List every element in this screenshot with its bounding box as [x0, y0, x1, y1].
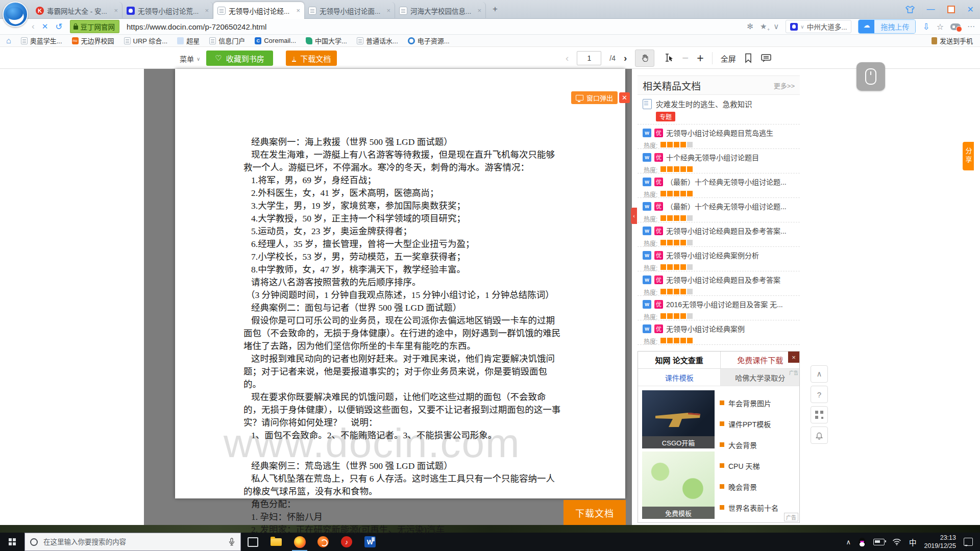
- document-page[interactable]: www.docin.com 经典案例一：海上救援（世界 500 强 LGD 面试…: [175, 69, 625, 498]
- start-button[interactable]: [0, 533, 24, 551]
- wifi-icon[interactable]: [892, 538, 901, 545]
- skin-theme-icon[interactable]: [905, 6, 915, 13]
- action-center-icon[interactable]: [964, 538, 973, 546]
- related-document-title[interactable]: （最新）十个经典无领导小组讨论题...: [666, 177, 787, 187]
- related-document-title[interactable]: 无领导小组讨论经典题目及参考答案: [666, 274, 780, 285]
- chevron-down-icon[interactable]: ∨: [773, 22, 779, 31]
- special-item-title[interactable]: 灾难发生时的逃生、急救知识: [656, 98, 752, 109]
- ad-tab-paper-check[interactable]: 知网 论文查重: [638, 352, 721, 368]
- related-document-item[interactable]: 无领导小组讨论经典题目荒岛逃生 热度:: [638, 124, 800, 149]
- tab-close-icon[interactable]: ×: [205, 7, 209, 14]
- browser-tab[interactable]: 无领导小组讨论经... ×: [213, 2, 304, 19]
- tab-close-icon[interactable]: ×: [296, 7, 300, 14]
- ad-tab-free-courseware[interactable]: 免费课件下载: [721, 352, 799, 368]
- related-document-item[interactable]: （最新）十个经典无领导小组讨论题... 热度:: [638, 198, 800, 222]
- ad-link-item[interactable]: 课件PPT模板: [720, 413, 796, 434]
- stop-icon[interactable]: ✕: [42, 22, 48, 31]
- qr-code-button[interactable]: [811, 406, 828, 423]
- scroll-mouse-widget[interactable]: [856, 62, 885, 91]
- bookmark-item[interactable]: 普通话水...: [357, 36, 398, 45]
- zoom-in-icon[interactable]: +: [697, 52, 703, 65]
- hand-tool-button[interactable]: [635, 49, 654, 67]
- drag-upload-button[interactable]: ☁ 拖拽上传: [858, 19, 916, 34]
- back-icon[interactable]: ‹: [32, 21, 35, 32]
- related-document-item[interactable]: 无领导小组讨论经典题目及参考答案 热度:: [638, 271, 800, 296]
- url-text[interactable]: https://www.docin.com/p-720650242.html: [127, 22, 740, 31]
- next-page-icon[interactable]: ›: [624, 53, 627, 64]
- related-document-item[interactable]: 无领导小组讨论经典题目及参考答案... 热度:: [638, 222, 800, 247]
- refresh-icon[interactable]: ↺: [55, 21, 62, 32]
- restore-icon[interactable]: [947, 6, 955, 13]
- text-select-tool-icon[interactable]: [663, 53, 674, 63]
- bookmark-item[interactable]: URP 综合...: [124, 36, 168, 45]
- microphone-icon[interactable]: [228, 538, 235, 546]
- browser-logo[interactable]: [3, 2, 28, 27]
- back-to-top-button[interactable]: ∧: [811, 365, 828, 383]
- bookmark-item[interactable]: 电子资源...: [408, 36, 450, 45]
- bookmark-item[interactable]: 超星: [177, 36, 200, 45]
- zoom-out-icon[interactable]: −: [682, 52, 689, 65]
- search-query-text[interactable]: 中州大道多...: [807, 21, 847, 32]
- browser-tab[interactable]: 无领导小组讨论荒... ×: [122, 2, 213, 19]
- popout-button[interactable]: 窗口弹出: [571, 91, 618, 104]
- related-document-item[interactable]: （最新）十个经典无领导小组讨论题... 热度:: [638, 173, 800, 198]
- related-document-title[interactable]: （最新）十个经典无领导小组讨论题...: [666, 201, 787, 211]
- tab-close-icon[interactable]: ×: [386, 7, 390, 14]
- more-menu-icon[interactable]: ⋯: [967, 22, 975, 31]
- related-document-title[interactable]: 无领导小组讨论经典案例: [666, 323, 745, 334]
- related-document-title[interactable]: 无领导小组讨论经典题目荒岛逃生: [666, 128, 773, 138]
- related-document-title[interactable]: 2016无领导小组讨论题目及答案 无...: [666, 299, 783, 309]
- download-document-button[interactable]: ↓ 下载文档: [286, 51, 337, 66]
- related-document-item[interactable]: 无领导小组讨论经典案例 热度:: [638, 320, 800, 345]
- bookmark-item[interactable]: Coremail...: [255, 36, 296, 45]
- battery-icon[interactable]: [873, 539, 885, 545]
- new-tab-button[interactable]: +: [487, 4, 503, 14]
- previous-page-icon[interactable]: ‹: [566, 53, 569, 64]
- ad-link-item[interactable]: 大会背景: [720, 434, 796, 455]
- tab-close-icon[interactable]: ×: [477, 7, 481, 14]
- download-document-bottom-button[interactable]: 下载文档: [564, 500, 626, 525]
- taskbar-search-input[interactable]: [42, 538, 224, 546]
- browser-tab[interactable]: 无领导小组讨论面... ×: [304, 2, 395, 19]
- send-to-phone-button[interactable]: 发送到手机: [932, 36, 973, 45]
- share-tab[interactable]: 分享: [963, 142, 974, 170]
- ime-indicator[interactable]: 中: [909, 537, 917, 547]
- ad-link-item[interactable]: 晚会背景: [720, 476, 796, 497]
- popout-close-icon[interactable]: ✕: [619, 92, 630, 103]
- bookmark-item[interactable]: 信息门户: [209, 36, 245, 45]
- menu-button[interactable]: 菜单 ∨: [180, 54, 200, 64]
- bookmark-flag-icon[interactable]: [744, 53, 752, 63]
- ad-subtab-harvard[interactable]: 哈佛大学录取分 广告: [721, 369, 799, 386]
- site-settings-icon[interactable]: ✻: [747, 22, 753, 31]
- browser-tab[interactable]: 毒霸网址大全 - 安... ×: [32, 2, 122, 19]
- sidebar-more-link[interactable]: 更多>>: [774, 81, 795, 90]
- ad-close-icon[interactable]: ×: [788, 352, 799, 363]
- search-engine-chevron-icon[interactable]: ∨: [800, 24, 804, 30]
- favorites-icon[interactable]: ☆: [937, 22, 944, 32]
- ad-link-item[interactable]: CPU 天梯: [720, 455, 796, 476]
- notification-bell-button[interactable]: [811, 427, 828, 444]
- related-document-title[interactable]: 十个经典无领导小组讨论题目: [666, 152, 759, 162]
- fullscreen-button[interactable]: 全屏: [721, 53, 736, 64]
- search-engine-icon[interactable]: [790, 23, 798, 31]
- taskbar-search-box[interactable]: [24, 533, 241, 551]
- related-document-item[interactable]: 2016无领导小组讨论题目及答案 无... 热度:: [638, 296, 800, 320]
- sidebar-special-item[interactable]: 灾难发生时的逃生、急救知识 专题: [638, 95, 800, 124]
- page-number-input[interactable]: [577, 51, 601, 65]
- related-document-title[interactable]: 无领导小组讨论经典案例分析: [666, 250, 759, 260]
- add-bookmark-icon[interactable]: ★: [760, 22, 767, 31]
- site-verified-badge[interactable]: 豆丁网官网: [70, 20, 120, 33]
- home-icon[interactable]: ⌂: [6, 36, 11, 45]
- bookmark-item[interactable]: 中国大学...: [306, 36, 347, 45]
- comment-icon[interactable]: [761, 53, 772, 63]
- minimize-icon[interactable]: —: [927, 5, 935, 14]
- bookmark-item[interactable]: 奥蓝学生...: [21, 36, 62, 45]
- close-window-icon[interactable]: ✕: [967, 5, 974, 14]
- related-document-title[interactable]: 无领导小组讨论经典题目及参考答案...: [666, 226, 787, 236]
- taskbar-clock[interactable]: 23:13 2019/12/25: [924, 534, 956, 550]
- ad-card-csgo[interactable]: CSGO开箱: [642, 390, 715, 448]
- related-document-item[interactable]: 十个经典无领导小组讨论题目 热度:: [638, 149, 800, 173]
- ad-link-item[interactable]: 年会背景图片: [720, 392, 796, 413]
- downloads-icon[interactable]: ⇩: [922, 21, 929, 32]
- help-button[interactable]: ?: [811, 386, 828, 403]
